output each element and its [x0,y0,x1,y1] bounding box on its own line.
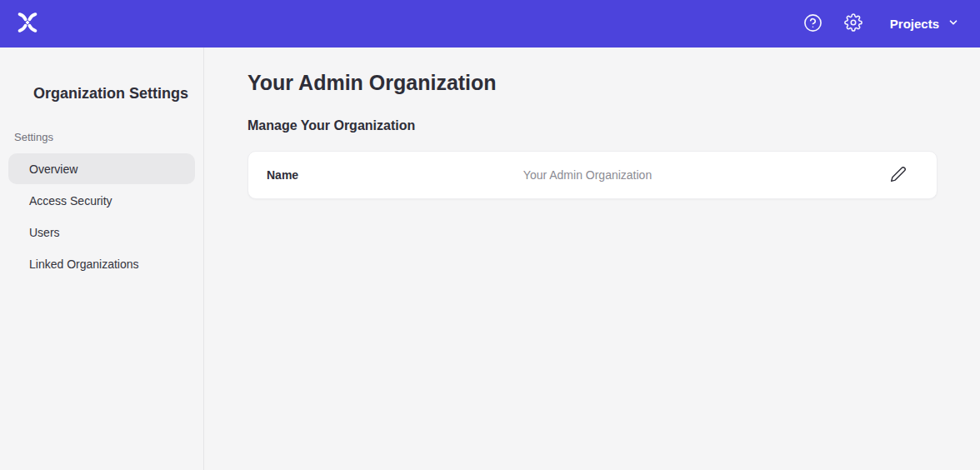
edit-zone [652,164,908,187]
pencil-icon [890,166,907,185]
page-title: Your Admin Organization [248,71,980,94]
help-button[interactable] [803,13,822,35]
chevron-down-icon [948,17,959,31]
help-circle-icon [803,13,822,35]
sidebar-item-linked-organizations[interactable]: Linked Organizations [8,248,195,279]
sidebar: Organization Settings Settings Overview … [0,48,204,470]
main-content: Your Admin Organization Manage Your Orga… [204,48,980,470]
projects-menu-button[interactable]: Projects [890,17,959,31]
sidebar-item-users[interactable]: Users [8,217,195,248]
edit-name-button[interactable] [888,164,908,187]
brand-logo-button[interactable] [15,10,40,38]
name-field-label: Name [267,168,523,182]
content-area: Organization Settings Settings Overview … [0,48,980,470]
section-title: Manage Your Organization [248,118,980,133]
gear-icon [844,13,862,34]
sidebar-item-overview[interactable]: Overview [8,153,195,184]
app-root: Projects Organization Settings Settings … [0,0,980,470]
name-field-value: Your Admin Organization [523,168,652,182]
sidebar-item-access-security[interactable]: Access Security [8,185,195,216]
projects-menu-label: Projects [890,17,939,31]
sidebar-section-label: Settings [14,131,203,143]
topbar-actions: Projects [803,13,959,35]
top-navigation-bar: Projects [0,0,980,48]
sidebar-nav: Overview Access Security Users Linked Or… [0,153,203,279]
organization-name-card: Name Your Admin Organization [248,151,938,199]
settings-button[interactable] [844,13,862,34]
brand-x-logo-icon [15,10,40,38]
sidebar-title: Organization Settings [33,84,203,102]
